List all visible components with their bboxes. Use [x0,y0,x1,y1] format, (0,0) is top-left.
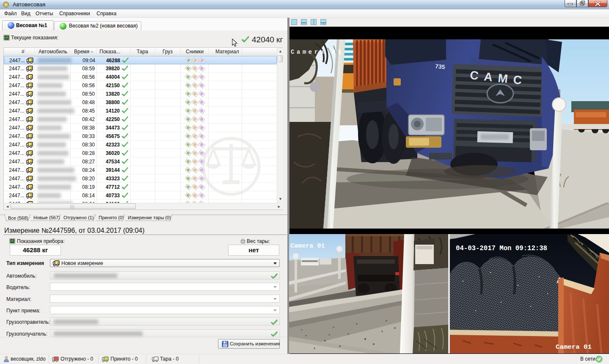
svg-text:Camera 01: Camera 01 [290,243,325,250]
svg-text:Camera 01: Camera 01 [291,49,344,55]
svg-text:Camera 01: Camera 01 [556,344,592,351]
svg-text:735: 735 [435,63,445,70]
svg-text:04-03-2017 Mon 09:12:38: 04-03-2017 Mon 09:12:38 [456,245,547,252]
